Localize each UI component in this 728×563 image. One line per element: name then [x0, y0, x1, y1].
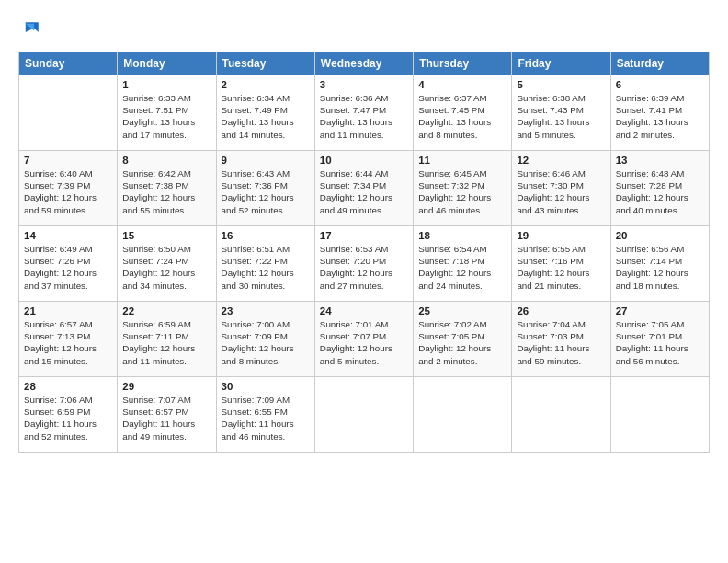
calendar-cell: 21Sunrise: 6:57 AMSunset: 7:13 PMDayligh…: [19, 302, 118, 377]
day-number: 10: [320, 155, 408, 166]
day-number: 21: [24, 305, 112, 316]
col-monday: Monday: [118, 52, 216, 75]
day-info: Sunrise: 7:02 AMSunset: 7:05 PMDaylight:…: [418, 318, 506, 367]
calendar-cell: 12Sunrise: 6:46 AMSunset: 7:30 PMDayligh…: [512, 151, 610, 226]
calendar-cell: 25Sunrise: 7:02 AMSunset: 7:05 PMDayligh…: [414, 302, 512, 377]
day-number: 9: [222, 155, 310, 166]
calendar-cell: 23Sunrise: 7:00 AMSunset: 7:09 PMDayligh…: [216, 302, 314, 377]
day-number: 4: [418, 79, 506, 90]
calendar-cell: 20Sunrise: 6:56 AMSunset: 7:14 PMDayligh…: [610, 226, 709, 302]
calendar-cell: 11Sunrise: 6:45 AMSunset: 7:32 PMDayligh…: [414, 151, 512, 226]
day-info: Sunrise: 6:55 AMSunset: 7:16 PMDaylight:…: [517, 243, 605, 292]
calendar-cell: 22Sunrise: 6:59 AMSunset: 7:11 PMDayligh…: [118, 302, 216, 377]
calendar-cell: [19, 75, 118, 151]
calendar-cell: 28Sunrise: 7:06 AMSunset: 6:59 PMDayligh…: [19, 377, 118, 453]
col-saturday: Saturday: [610, 52, 709, 75]
day-number: 17: [320, 230, 408, 241]
calendar-cell: 16Sunrise: 6:51 AMSunset: 7:22 PMDayligh…: [216, 226, 314, 302]
day-info: Sunrise: 6:56 AMSunset: 7:14 PMDaylight:…: [616, 243, 704, 292]
day-info: Sunrise: 6:53 AMSunset: 7:20 PMDaylight:…: [320, 243, 408, 292]
day-number: 24: [320, 305, 408, 316]
calendar-cell: 17Sunrise: 6:53 AMSunset: 7:20 PMDayligh…: [314, 226, 413, 302]
calendar-cell: 13Sunrise: 6:48 AMSunset: 7:28 PMDayligh…: [610, 151, 709, 226]
day-number: 20: [616, 230, 704, 241]
calendar-cell: 9Sunrise: 6:43 AMSunset: 7:36 PMDaylight…: [216, 151, 314, 226]
day-info: Sunrise: 7:09 AMSunset: 6:55 PMDaylight:…: [222, 394, 310, 442]
calendar-cell: 30Sunrise: 7:09 AMSunset: 6:55 PMDayligh…: [216, 377, 314, 453]
calendar-cell: 26Sunrise: 7:04 AMSunset: 7:03 PMDayligh…: [512, 302, 610, 377]
day-info: Sunrise: 6:59 AMSunset: 7:11 PMDaylight:…: [122, 318, 210, 367]
day-info: Sunrise: 6:39 AMSunset: 7:41 PMDaylight:…: [616, 92, 704, 141]
col-sunday: Sunday: [19, 52, 118, 75]
day-number: 3: [320, 79, 408, 90]
day-number: 29: [122, 381, 210, 392]
calendar-cell: [610, 377, 709, 453]
calendar-cell: 19Sunrise: 6:55 AMSunset: 7:16 PMDayligh…: [512, 226, 610, 302]
calendar-header: Sunday Monday Tuesday Wednesday Thursday…: [19, 52, 710, 75]
day-number: 25: [418, 305, 506, 316]
day-info: Sunrise: 7:00 AMSunset: 7:09 PMDaylight:…: [222, 318, 310, 367]
page: Sunday Monday Tuesday Wednesday Thursday…: [0, 0, 728, 563]
day-number: 23: [222, 305, 310, 316]
day-number: 2: [222, 79, 310, 90]
day-info: Sunrise: 6:49 AMSunset: 7:26 PMDaylight:…: [24, 243, 112, 292]
calendar-cell: [414, 377, 512, 453]
day-number: 11: [418, 155, 506, 166]
header-row: Sunday Monday Tuesday Wednesday Thursday…: [19, 52, 710, 75]
day-info: Sunrise: 6:50 AMSunset: 7:24 PMDaylight:…: [122, 243, 210, 292]
calendar-cell: 2Sunrise: 6:34 AMSunset: 7:49 PMDaylight…: [216, 75, 314, 151]
day-number: 13: [616, 155, 704, 166]
day-info: Sunrise: 6:40 AMSunset: 7:39 PMDaylight:…: [24, 167, 112, 216]
calendar-cell: [314, 377, 413, 453]
calendar-cell: 5Sunrise: 6:38 AMSunset: 7:43 PMDaylight…: [512, 75, 610, 151]
day-number: 30: [222, 381, 310, 392]
calendar-table: Sunday Monday Tuesday Wednesday Thursday…: [18, 52, 710, 453]
day-number: 18: [418, 230, 506, 241]
calendar-cell: 15Sunrise: 6:50 AMSunset: 7:24 PMDayligh…: [118, 226, 216, 302]
calendar-body: 1Sunrise: 6:33 AMSunset: 7:51 PMDaylight…: [19, 75, 710, 453]
calendar-week-4: 21Sunrise: 6:57 AMSunset: 7:13 PMDayligh…: [19, 302, 710, 377]
day-info: Sunrise: 6:43 AMSunset: 7:36 PMDaylight:…: [222, 167, 310, 216]
day-info: Sunrise: 6:36 AMSunset: 7:47 PMDaylight:…: [320, 92, 408, 141]
day-number: 19: [517, 230, 605, 241]
calendar-cell: 4Sunrise: 6:37 AMSunset: 7:45 PMDaylight…: [414, 75, 512, 151]
calendar-week-5: 28Sunrise: 7:06 AMSunset: 6:59 PMDayligh…: [19, 377, 710, 453]
calendar-cell: 27Sunrise: 7:05 AMSunset: 7:01 PMDayligh…: [610, 302, 709, 377]
day-info: Sunrise: 6:48 AMSunset: 7:28 PMDaylight:…: [616, 167, 704, 216]
col-wednesday: Wednesday: [314, 52, 413, 75]
day-info: Sunrise: 7:05 AMSunset: 7:01 PMDaylight:…: [616, 318, 704, 367]
day-number: 14: [24, 230, 112, 241]
day-number: 27: [616, 305, 704, 316]
calendar-cell: 29Sunrise: 7:07 AMSunset: 6:57 PMDayligh…: [118, 377, 216, 453]
day-number: 7: [24, 155, 112, 166]
col-friday: Friday: [512, 52, 610, 75]
day-info: Sunrise: 7:04 AMSunset: 7:03 PMDaylight:…: [517, 318, 605, 367]
calendar-cell: 14Sunrise: 6:49 AMSunset: 7:26 PMDayligh…: [19, 226, 118, 302]
day-info: Sunrise: 6:38 AMSunset: 7:43 PMDaylight:…: [517, 92, 605, 141]
calendar-cell: [512, 377, 610, 453]
day-number: 1: [122, 79, 210, 90]
day-number: 12: [517, 155, 605, 166]
day-info: Sunrise: 6:37 AMSunset: 7:45 PMDaylight:…: [418, 92, 506, 141]
calendar-week-1: 1Sunrise: 6:33 AMSunset: 7:51 PMDaylight…: [19, 75, 710, 151]
day-info: Sunrise: 6:46 AMSunset: 7:30 PMDaylight:…: [517, 167, 605, 216]
calendar-week-3: 14Sunrise: 6:49 AMSunset: 7:26 PMDayligh…: [19, 226, 710, 302]
header: [18, 17, 710, 42]
day-info: Sunrise: 6:42 AMSunset: 7:38 PMDaylight:…: [122, 167, 210, 216]
calendar-cell: 8Sunrise: 6:42 AMSunset: 7:38 PMDaylight…: [118, 151, 216, 226]
day-number: 22: [122, 305, 210, 316]
day-number: 8: [122, 155, 210, 166]
day-number: 15: [122, 230, 210, 241]
day-info: Sunrise: 7:06 AMSunset: 6:59 PMDaylight:…: [24, 394, 112, 442]
calendar-cell: 7Sunrise: 6:40 AMSunset: 7:39 PMDaylight…: [19, 151, 118, 226]
day-info: Sunrise: 7:01 AMSunset: 7:07 PMDaylight:…: [320, 318, 408, 367]
calendar-cell: 18Sunrise: 6:54 AMSunset: 7:18 PMDayligh…: [414, 226, 512, 302]
calendar-cell: 1Sunrise: 6:33 AMSunset: 7:51 PMDaylight…: [118, 75, 216, 151]
col-tuesday: Tuesday: [216, 52, 314, 75]
logo: [18, 17, 46, 42]
calendar-cell: 10Sunrise: 6:44 AMSunset: 7:34 PMDayligh…: [314, 151, 413, 226]
day-info: Sunrise: 6:34 AMSunset: 7:49 PMDaylight:…: [222, 92, 310, 141]
day-number: 28: [24, 381, 112, 392]
day-info: Sunrise: 6:54 AMSunset: 7:18 PMDaylight:…: [418, 243, 506, 292]
day-number: 5: [517, 79, 605, 90]
